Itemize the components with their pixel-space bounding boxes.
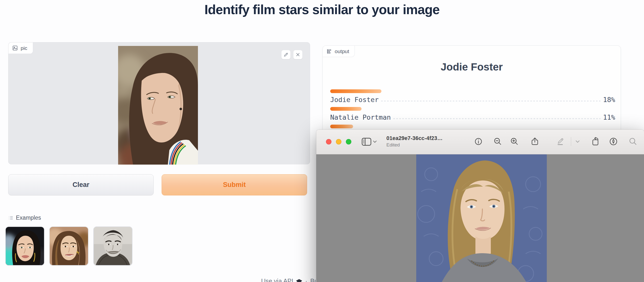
- dotted-leader: [393, 118, 600, 119]
- confidence-bar: [330, 125, 615, 128]
- traffic-minimize-button[interactable]: [336, 139, 342, 144]
- sidebar-toggle-button[interactable]: [362, 137, 378, 147]
- confidence-row: Jodie Foster 18%: [330, 89, 615, 104]
- macos-preview-window[interactable]: 01ea29e7-36cc-4f23… Edited: [316, 130, 644, 282]
- rotate-left-button[interactable]: [590, 136, 602, 147]
- zoom-out-icon: [493, 137, 502, 146]
- chevron-down-icon: [576, 140, 580, 143]
- info-button[interactable]: [473, 136, 484, 147]
- clear-image-button[interactable]: [293, 50, 302, 59]
- confidence-bar-fill: [330, 125, 353, 128]
- highlighter-pencil-icon: [556, 137, 566, 146]
- window-title: 01ea29e7-36cc-4f23…: [386, 135, 442, 141]
- markup-options-button[interactable]: [572, 136, 583, 147]
- confidence-percent: 18%: [603, 96, 615, 104]
- window-edited-status: Edited: [386, 142, 442, 148]
- gradio-logo-icon: [296, 279, 302, 282]
- search-button[interactable]: [628, 136, 638, 147]
- confidence-bar: [330, 89, 615, 93]
- highlight-button[interactable]: [556, 136, 566, 147]
- page-title: Identify film stars similar to your imag…: [0, 2, 644, 17]
- zoom-out-button[interactable]: [492, 136, 503, 147]
- dotted-leader: [381, 101, 600, 102]
- example-thumb-angelina-jolie[interactable]: [5, 226, 44, 266]
- example-thumb-jack-nicholson[interactable]: [93, 226, 132, 266]
- confidence-bar-fill: [330, 89, 382, 93]
- examples-header: Examples: [8, 214, 41, 221]
- chevron-down-icon: [373, 141, 377, 143]
- bar-chart-icon: [326, 49, 332, 54]
- traffic-zoom-button[interactable]: [346, 139, 351, 144]
- confidence-label: Natalie Portman: [330, 114, 391, 121]
- input-image-tab-label: pic: [21, 45, 27, 51]
- output-tab: output: [323, 46, 355, 57]
- output-tab-label: output: [335, 48, 349, 54]
- zoom-in-button[interactable]: [509, 136, 520, 147]
- clear-button[interactable]: Clear: [8, 174, 154, 195]
- input-image-panel: pic: [8, 42, 310, 164]
- image-icon: [12, 45, 18, 51]
- rotate-left-icon: [591, 137, 601, 146]
- confidence-row: Natalie Portman 11%: [330, 107, 615, 121]
- pencil-icon: [284, 52, 288, 57]
- edit-image-button[interactable]: [281, 50, 291, 59]
- footer-separator: ·: [305, 278, 307, 282]
- input-image-tab: pic: [8, 42, 33, 54]
- preview-toolbar: 01ea29e7-36cc-4f23… Edited: [316, 130, 644, 154]
- sidebar-icon: [362, 137, 372, 146]
- confidence-bar-fill: [330, 107, 362, 111]
- uploaded-photo: [118, 46, 198, 164]
- preview-canvas: [316, 154, 644, 282]
- markup-toolbar-button[interactable]: [608, 136, 619, 147]
- search-icon: [628, 137, 638, 146]
- close-icon: [296, 52, 300, 57]
- use-via-api-link[interactable]: Use via API: [261, 278, 293, 282]
- info-icon: [474, 137, 483, 146]
- examples-label: Examples: [16, 214, 41, 221]
- example-thumb-penelope-cruz[interactable]: [49, 226, 88, 266]
- confidence-percent: 11%: [603, 114, 615, 121]
- window-title-block: 01ea29e7-36cc-4f23… Edited: [386, 135, 442, 148]
- examples-list-icon: [8, 215, 14, 220]
- top-match-name: Jodie Foster: [323, 61, 621, 73]
- traffic-close-button[interactable]: [326, 139, 332, 144]
- confidence-label: Jodie Foster: [330, 96, 379, 104]
- share-button[interactable]: [529, 136, 540, 147]
- confidence-bar: [330, 107, 615, 111]
- submit-button[interactable]: Submit: [162, 174, 307, 195]
- markup-pen-icon: [609, 137, 618, 146]
- preview-photo-jodie-foster: [416, 154, 547, 282]
- share-icon: [530, 137, 539, 146]
- toolbar-divider: [571, 137, 571, 146]
- zoom-in-icon: [510, 137, 519, 146]
